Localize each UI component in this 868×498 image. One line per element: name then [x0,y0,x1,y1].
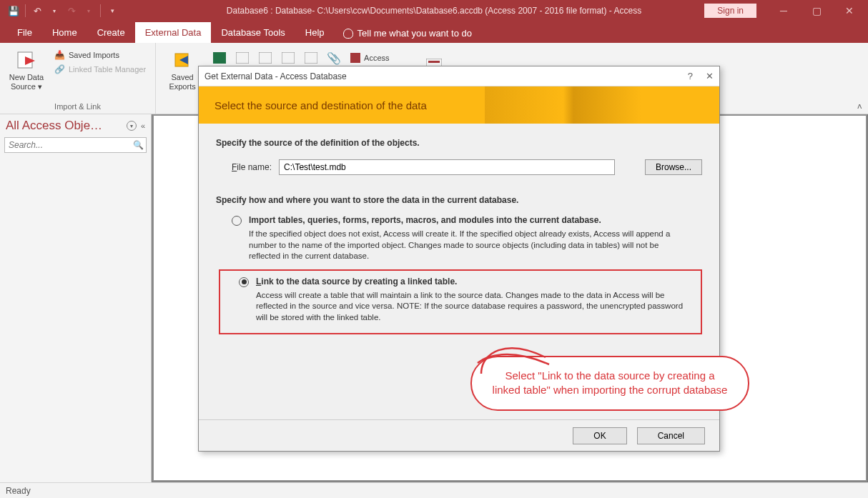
saved-exports-icon [171,49,194,71]
qat-separator [100,4,101,17]
highlight-box: Link to the data source by creating a li… [219,269,702,335]
svg-rect-2 [213,52,226,64]
search-input[interactable] [5,138,130,152]
nav-title[interactable]: All Access Obje… [6,119,124,133]
option-link[interactable]: Link to the data source by creating a li… [239,277,694,324]
search-icon[interactable]: 🔍 [130,138,146,152]
titlebar: 💾 ↶ ▾ ↷ ▾ ▾ Database6 : Database- C:\Use… [0,0,868,21]
linked-table-icon: 🔗 [54,64,65,75]
menubar: File Home Create External Data Database … [0,21,868,43]
specify-source-label: Specify the source of the definition of … [216,138,702,148]
tab-home[interactable]: Home [42,22,87,43]
dialog-banner: Select the source and destination of the… [199,86,719,124]
filename-row: File name: Browse... [232,159,702,175]
tellme-label: Tell me what you want to do [357,28,472,39]
svg-rect-9 [428,61,440,63]
minimize-icon[interactable]: ─ [768,1,799,21]
saved-exports-button[interactable]: Saved Exports [163,46,202,91]
tab-file[interactable]: File [7,22,42,43]
option-link-label: Link to the data source by creating a li… [256,277,457,287]
nav-collapse-icon[interactable]: « [141,121,145,130]
svg-rect-5 [282,52,295,64]
ok-button[interactable]: OK [573,427,626,444]
export-access-label: Access [364,54,389,62]
statusbar: Ready [0,482,868,498]
bulb-icon [343,29,353,39]
option-link-desc: Access will create a table that will mai… [256,290,694,324]
export-excel-icon[interactable] [210,50,229,66]
cancel-button[interactable]: Cancel [637,427,705,444]
dialog-footer: OK Cancel [199,419,719,451]
undo-icon[interactable]: ↶ [31,4,44,17]
ribbon-group-label: Import & Link [7,102,148,112]
dialog-title: Get External Data - Access Database [204,71,347,81]
tab-external-data[interactable]: External Data [135,22,212,43]
export-text-icon[interactable] [233,50,252,66]
collapse-ribbon-icon[interactable]: ʌ [857,101,862,111]
status-text: Ready [6,486,31,496]
nav-filter-icon[interactable]: ▾ [127,121,137,131]
new-data-source-label: New Data Source ▾ [7,73,46,91]
linked-table-manager-label: Linked Table Manager [69,65,146,74]
qat-separator [25,4,26,17]
database-import-icon [15,49,38,71]
saved-imports-icon: 📥 [54,49,65,61]
tab-create[interactable]: Create [87,22,135,43]
signin-button[interactable]: Sign in [704,4,756,18]
save-icon[interactable]: 💾 [7,4,20,17]
svg-rect-7 [350,53,360,63]
radio-icon[interactable] [232,216,242,226]
option-import-label: Import tables, queries, forms, reports, … [249,215,601,225]
tellme-search[interactable]: Tell me what you want to do [335,24,480,43]
chevron-down-icon[interactable]: ▾ [82,4,95,17]
filename-label: File name: [232,162,272,172]
import-dialog: Get External Data - Access Database ? ✕ … [198,66,720,452]
chevron-down-icon[interactable]: ▾ [48,4,61,17]
navigation-pane: All Access Obje… ▾ « 🔍 [0,114,152,482]
svg-rect-4 [259,52,272,64]
close-icon[interactable]: ✕ [834,1,865,21]
browse-button[interactable]: Browse... [645,159,702,175]
filename-input[interactable] [279,159,615,175]
help-icon[interactable]: ? [688,71,693,81]
ribbon-group-import-link: New Data Source ▾ 📥 Saved Imports 🔗 Link… [0,43,156,114]
titlebar-controls: Sign in ─ ▢ ✕ [704,1,868,21]
window-title: Database6 : Database- C:\Users\ccw\Docum… [227,6,641,16]
saved-imports-button[interactable]: 📥 Saved Imports [51,49,148,61]
tab-database-tools[interactable]: Database Tools [211,22,295,43]
quick-access-toolbar: 💾 ↶ ▾ ↷ ▾ ▾ [0,4,119,17]
redo-icon[interactable]: ↷ [65,4,78,17]
linked-table-manager-button: 🔗 Linked Table Manager [51,63,148,76]
dialog-banner-text: Select the source and destination of the… [214,99,427,111]
specify-store-label: Specify how and where you want to store … [216,195,702,205]
saved-exports-label: Saved Exports [163,73,202,91]
export-xml-icon[interactable] [256,50,275,66]
svg-rect-3 [236,52,249,64]
attach-icon[interactable]: 📎 [325,50,343,66]
svg-rect-6 [305,52,317,64]
radio-icon[interactable] [239,277,249,287]
export-access-button[interactable]: Access [347,50,391,66]
export-email-icon[interactable] [302,50,320,66]
access-icon [350,52,361,64]
close-icon[interactable]: ✕ [706,71,714,81]
maximize-icon[interactable]: ▢ [801,1,832,21]
dialog-body: Specify the source of the definition of … [199,124,719,419]
customize-qat-icon[interactable]: ▾ [106,4,119,17]
nav-search: 🔍 [4,137,147,153]
new-data-source-button[interactable]: New Data Source ▾ [7,46,46,91]
tab-help[interactable]: Help [295,22,335,43]
export-pdf-icon[interactable] [279,50,297,66]
option-import-desc: If the specified object does not exist, … [249,229,692,262]
dialog-titlebar[interactable]: Get External Data - Access Database ? ✕ [199,66,719,86]
option-import[interactable]: Import tables, queries, forms, reports, … [232,215,702,262]
saved-imports-label: Saved Imports [69,51,119,59]
